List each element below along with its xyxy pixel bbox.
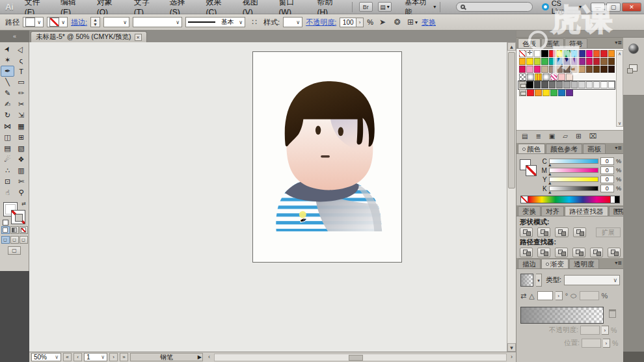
panel-menu-icon[interactable]: ▾≣ bbox=[615, 260, 622, 266]
shape-builder-tool[interactable]: ◫ bbox=[1, 132, 14, 143]
minus-back-button[interactable] bbox=[608, 248, 621, 257]
close-button[interactable]: ✕ bbox=[622, 3, 641, 12]
swatch[interactable] bbox=[556, 81, 563, 88]
tab-透明度[interactable]: 透明度 bbox=[569, 259, 599, 268]
scroll-down-icon[interactable]: ▼ bbox=[507, 343, 516, 352]
white-black-swatch[interactable] bbox=[611, 196, 620, 203]
opacity-link[interactable]: 不透明度: bbox=[306, 18, 336, 27]
swatch[interactable] bbox=[563, 58, 570, 65]
hand-tool[interactable]: ☝ bbox=[1, 187, 14, 198]
swatch[interactable] bbox=[593, 50, 600, 57]
swatch[interactable] bbox=[563, 50, 570, 57]
pen-tool[interactable]: ✒ bbox=[1, 66, 14, 77]
swatch[interactable] bbox=[549, 50, 556, 57]
draw-normal-button[interactable]: ◻ bbox=[1, 236, 10, 244]
search-box[interactable] bbox=[456, 2, 533, 12]
kuler-panel-icon[interactable] bbox=[628, 44, 639, 54]
swatch[interactable] bbox=[608, 81, 615, 88]
spectrum-bar[interactable] bbox=[528, 196, 611, 203]
scroll-up-icon[interactable]: ∧ bbox=[617, 51, 623, 57]
tab-画笔[interactable]: 画笔 bbox=[541, 38, 564, 48]
blend-tool[interactable]: ❖ bbox=[14, 154, 28, 165]
intersect-button[interactable] bbox=[555, 227, 568, 237]
column-graph-tool[interactable]: ▥ bbox=[14, 165, 28, 176]
variable-width-profile-combo[interactable]: ∨ bbox=[133, 17, 182, 27]
mesh-tool[interactable]: ▤ bbox=[1, 143, 14, 154]
swatch[interactable] bbox=[541, 58, 548, 65]
swatch[interactable] bbox=[586, 50, 593, 57]
collapse-panel-button[interactable]: « bbox=[0, 31, 29, 42]
gradient-thumbnail[interactable] bbox=[520, 274, 533, 287]
merge-button[interactable] bbox=[555, 248, 568, 257]
unite-button[interactable] bbox=[520, 227, 533, 237]
slider-thumb[interactable]: ▲ bbox=[548, 162, 552, 167]
stroke-weight-combo[interactable]: ∨ bbox=[103, 17, 129, 27]
swatch[interactable] bbox=[571, 81, 578, 88]
selection-tool[interactable]: ➤ bbox=[1, 44, 14, 55]
swatch-kinds-button[interactable]: ≣ bbox=[535, 133, 541, 140]
stroke-link[interactable]: 描边: bbox=[71, 18, 87, 27]
symbol-sprayer-tool[interactable]: ∴ bbox=[1, 165, 14, 176]
swatch[interactable] bbox=[608, 66, 615, 73]
scroll-down-icon[interactable]: ∨ bbox=[617, 120, 623, 126]
tab-色板[interactable]: 色板 bbox=[518, 38, 541, 48]
isolate-selected-icon[interactable]: ➤ bbox=[377, 17, 388, 27]
panel-menu-icon[interactable]: ▾≣ bbox=[615, 207, 622, 213]
gradient-tool[interactable]: ▧ bbox=[14, 143, 28, 154]
default-fill-stroke-icon[interactable] bbox=[3, 220, 8, 226]
channel-value-input[interactable]: 0 bbox=[600, 175, 614, 183]
channel-value-input[interactable]: 0 bbox=[600, 166, 614, 174]
arrange-documents-icon[interactable]: ▤▾ bbox=[378, 2, 392, 12]
exclude-button[interactable] bbox=[573, 227, 586, 237]
swatch-stripes[interactable] bbox=[535, 73, 542, 81]
scroll-up-icon[interactable]: ▲ bbox=[507, 42, 516, 51]
fill-stroke-indicator[interactable]: ⇄ bbox=[3, 202, 25, 224]
swatch[interactable] bbox=[549, 66, 556, 73]
swatch[interactable] bbox=[526, 58, 533, 65]
swatch-radial[interactable] bbox=[527, 73, 534, 81]
swatch[interactable] bbox=[534, 50, 541, 57]
width-tool[interactable]: ⋈ bbox=[1, 121, 14, 132]
swatch[interactable] bbox=[556, 58, 563, 65]
swatch[interactable] bbox=[519, 58, 526, 65]
swatch-folder[interactable] bbox=[519, 81, 526, 88]
rectangle-tool[interactable]: ▭ bbox=[14, 77, 28, 88]
cs-live-button[interactable]: CS Live ▾ bbox=[542, 0, 582, 15]
reverse-gradient-icon[interactable]: ⇄ bbox=[520, 292, 526, 300]
swatch[interactable] bbox=[550, 89, 557, 96]
swatch[interactable] bbox=[600, 66, 607, 73]
tab-渐变[interactable]: 渐变 bbox=[541, 259, 569, 268]
swap-fill-stroke-icon[interactable]: ⇄ bbox=[21, 201, 26, 207]
swatch-reg[interactable] bbox=[526, 50, 533, 57]
tab-画板[interactable]: 画板 bbox=[583, 144, 606, 153]
swatch[interactable] bbox=[534, 58, 541, 65]
opacity-input[interactable]: 100 bbox=[340, 18, 356, 27]
swatch[interactable] bbox=[541, 81, 548, 88]
swatch[interactable] bbox=[608, 58, 615, 65]
new-color-group-button[interactable]: ▱ bbox=[563, 133, 568, 140]
artboard-number-combo[interactable]: 1∨ bbox=[84, 353, 107, 361]
tab-颜色参考[interactable]: 颜色参考 bbox=[546, 144, 582, 153]
lasso-tool[interactable]: ς bbox=[14, 55, 28, 66]
tab-描边[interactable]: 描边 bbox=[518, 259, 541, 268]
line-segment-tool[interactable]: ╲ bbox=[1, 77, 14, 88]
type-tool[interactable]: T bbox=[14, 66, 28, 77]
scroll-left-icon[interactable]: ‹ bbox=[205, 353, 213, 362]
first-artboard-button[interactable]: « bbox=[63, 353, 72, 361]
pencil-tool[interactable]: ✏ bbox=[14, 88, 28, 99]
swatch-radial[interactable] bbox=[543, 73, 550, 81]
recolor-artwork-icon[interactable]: ❂ bbox=[392, 17, 403, 27]
trim-button[interactable] bbox=[537, 248, 550, 257]
divide-button[interactable] bbox=[520, 248, 533, 257]
swatch[interactable] bbox=[563, 81, 570, 88]
swatch[interactable] bbox=[578, 66, 585, 73]
swatch-folder[interactable] bbox=[519, 89, 526, 96]
tab-对齐[interactable]: 对齐 bbox=[541, 206, 564, 216]
scroll-right-icon[interactable]: › bbox=[507, 353, 516, 362]
gradient-type-combo[interactable] bbox=[564, 275, 620, 285]
swatch[interactable] bbox=[586, 81, 593, 88]
swatch[interactable] bbox=[566, 89, 573, 96]
swatch[interactable] bbox=[558, 89, 565, 96]
swatch[interactable] bbox=[549, 81, 556, 88]
style-combo[interactable]: ∨ bbox=[283, 17, 302, 27]
